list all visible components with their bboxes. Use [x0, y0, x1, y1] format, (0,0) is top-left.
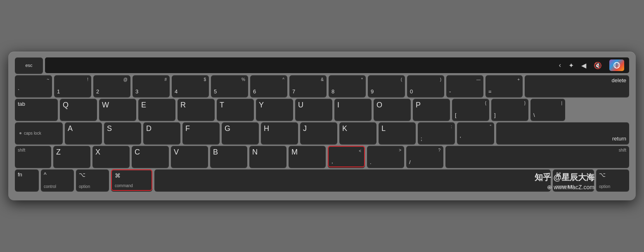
left-command-key[interactable]: ⌘ command [111, 169, 152, 191]
key-w[interactable]: W [99, 99, 136, 120]
key-q[interactable]: Q [60, 99, 97, 120]
delete-key[interactable]: delete [525, 75, 629, 97]
key-lbracket[interactable]: { [ [452, 99, 489, 120]
esc-key[interactable]: esc [15, 57, 43, 73]
qwerty-row: tab Q W E R T Y U I O P { [ } ] | \ [15, 99, 629, 120]
key-backslash[interactable]: | \ [530, 99, 565, 120]
touch-bar: ‹ ✦ ◀ 🔇 [45, 57, 629, 73]
key-g[interactable]: G [222, 122, 259, 144]
mute-icon[interactable]: 🔇 [594, 62, 602, 69]
brightness-up-icon[interactable]: ✦ [568, 62, 574, 69]
key-1[interactable]: ! 1 [54, 75, 91, 97]
svg-point-0 [614, 62, 620, 68]
key-0[interactable]: ) 0 [407, 75, 444, 97]
key-d[interactable]: D [143, 122, 180, 144]
keyboard: esc ‹ ✦ ◀ 🔇 ~ ` ! 1 @ 2 [8, 52, 636, 200]
key-s[interactable]: S [104, 122, 141, 144]
key-p[interactable]: P [413, 99, 450, 120]
key-t[interactable]: T [217, 99, 254, 120]
key-minus[interactable]: — - [446, 75, 483, 97]
key-rbracket[interactable]: } ] [491, 99, 528, 120]
control-key[interactable]: ^ control [41, 169, 74, 191]
key-n[interactable]: N [249, 146, 286, 167]
siri-button[interactable] [609, 59, 624, 71]
key-2[interactable]: @ 2 [93, 75, 130, 97]
fn-key[interactable]: fn [15, 169, 39, 191]
function-row: esc ‹ ✦ ◀ 🔇 [15, 57, 629, 73]
key-r[interactable]: R [178, 99, 215, 120]
key-3[interactable]: # 3 [133, 75, 170, 97]
space-key[interactable] [154, 169, 551, 191]
key-l[interactable]: L [379, 122, 416, 144]
return-key[interactable]: return [496, 122, 629, 144]
caps-indicator [19, 132, 21, 134]
key-v[interactable]: V [171, 146, 208, 167]
key-z[interactable]: Z [53, 146, 90, 167]
key-semicolon[interactable]: : ; [418, 122, 455, 144]
key-h[interactable]: H [261, 122, 298, 144]
watermark-line1: 知乎 @星辰大海 [535, 172, 594, 183]
volume-up-icon[interactable]: ◀ [581, 62, 586, 69]
brightness-down-icon[interactable]: ‹ [559, 62, 561, 69]
key-4[interactable]: $ 4 [172, 75, 209, 97]
shift-row: shift Z X C V B N M < , > . ? / shift [15, 146, 629, 167]
tab-key[interactable]: tab [15, 99, 58, 120]
watermark-line2: ⊕ www.MacZ.com [547, 184, 594, 190]
left-shift-key[interactable]: shift [15, 146, 51, 167]
key-8[interactable]: * 8 [329, 75, 366, 97]
key-b[interactable]: B [210, 146, 247, 167]
key-j[interactable]: J [300, 122, 337, 144]
key-u[interactable]: U [295, 99, 332, 120]
key-quote[interactable]: " ' [457, 122, 494, 144]
key-9[interactable]: ( 9 [368, 75, 405, 97]
key-m[interactable]: M [289, 146, 326, 167]
key-k[interactable]: K [339, 122, 376, 144]
right-option-key[interactable]: ⌥ option [596, 169, 629, 191]
key-f[interactable]: F [182, 122, 220, 144]
key-e[interactable]: E [138, 99, 175, 120]
key-period[interactable]: > . [367, 146, 404, 167]
key-comma[interactable]: < , [328, 146, 365, 167]
key-backtick[interactable]: ~ ` [15, 75, 52, 97]
caps-lock-key[interactable]: caps lock [15, 122, 63, 144]
key-5[interactable]: % 5 [211, 75, 248, 97]
key-a[interactable]: A [65, 122, 102, 144]
svg-point-1 [615, 62, 618, 68]
key-o[interactable]: O [374, 99, 411, 120]
home-row: caps lock A S D F G H J K L : ; " ' retu… [15, 122, 629, 144]
esc-label: esc [25, 63, 32, 68]
right-shift-key[interactable]: shift [445, 146, 629, 167]
left-option-key[interactable]: ⌥ option [76, 169, 109, 191]
key-slash[interactable]: ? / [406, 146, 443, 167]
key-equals[interactable]: + = [485, 75, 523, 97]
watermark: 知乎 @星辰大海 ⊕ www.MacZ.com [535, 172, 594, 190]
key-c[interactable]: C [132, 146, 169, 167]
key-i[interactable]: I [334, 99, 372, 120]
number-row: ~ ` ! 1 @ 2 # 3 $ 4 % 5 ^ 6 & 7 [15, 75, 629, 97]
key-y[interactable]: Y [256, 99, 293, 120]
key-6[interactable]: ^ 6 [250, 75, 287, 97]
key-7[interactable]: & 7 [289, 75, 327, 97]
key-x[interactable]: X [92, 146, 130, 167]
